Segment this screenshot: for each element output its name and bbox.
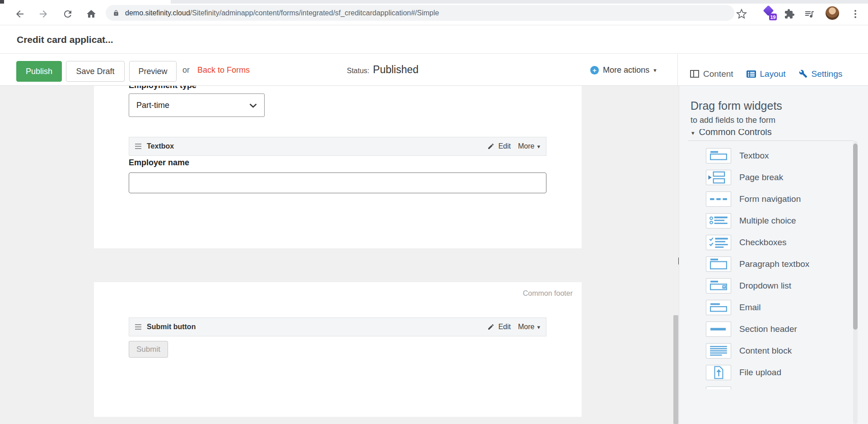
widget-list-item[interactable]: File upload <box>679 362 853 383</box>
more-label: More <box>518 323 534 331</box>
widget-list-item[interactable]: Paragraph textbox <box>679 253 853 275</box>
widget-list-item[interactable]: Email <box>679 297 853 318</box>
widget-list-item[interactable]: Checkboxes <box>679 232 853 253</box>
employment-type-select[interactable]: Part-time <box>129 93 265 117</box>
widget-actions: Edit More <box>487 142 540 150</box>
browser-chrome: demo.sitefinity.cloud/Sitefinity/adminap… <box>0 0 868 25</box>
dropdown-list-icon <box>706 278 731 294</box>
action-toolbar: Publish Save Draft Preview or Back to Fo… <box>0 54 868 86</box>
checkboxes-icon <box>706 235 731 250</box>
widget-list-item[interactable]: Dropdown list <box>679 275 853 297</box>
view-tabs: Content Layout Settings <box>677 54 868 85</box>
tab-settings[interactable]: Settings <box>799 69 843 79</box>
section-header-icon <box>706 321 731 337</box>
section-common-controls[interactable]: Common Controls <box>691 129 772 140</box>
caret-down-icon <box>691 129 695 137</box>
widget-list-item[interactable]: Section header <box>679 318 853 340</box>
more-button[interactable]: More <box>518 323 540 331</box>
widget-title: Submit button <box>147 323 196 331</box>
widget-label: Form navigation <box>739 194 801 204</box>
form-card-fields: Employment type Part-time Textbox Edit <box>94 86 582 248</box>
page-title: Credit card applicat... <box>17 34 113 45</box>
home-icon[interactable] <box>86 9 97 19</box>
textbox-widget-header: Textbox Edit More <box>129 137 546 156</box>
widget-label: Textbox <box>739 151 769 161</box>
widget-label: Section header <box>739 324 797 334</box>
browser-tabstrip <box>0 0 868 4</box>
active-tab-edge <box>4 0 171 4</box>
widget-list-item[interactable]: Page break <box>679 167 853 188</box>
widget-list-item[interactable]: Multiple choice <box>679 210 853 232</box>
lock-icon <box>113 9 119 17</box>
widget-label: Dropdown list <box>739 281 791 291</box>
widget-list-item[interactable] <box>679 383 853 389</box>
sidebar-heading: Drag form widgets <box>691 99 782 112</box>
extension-badge: 19 <box>769 14 777 20</box>
more-button[interactable]: More <box>518 142 540 150</box>
caret-down-icon <box>537 323 540 331</box>
canvas-scrollbar-thumb[interactable] <box>673 315 678 424</box>
drag-handle-icon[interactable] <box>135 324 141 330</box>
widget-list-item[interactable]: Textbox <box>679 145 853 167</box>
content-block-icon <box>706 343 731 359</box>
url-bar[interactable]: demo.sitefinity.cloud/Sitefinity/adminap… <box>106 5 734 21</box>
employer-name-label: Employer name <box>129 158 189 168</box>
kebab-menu-icon[interactable] <box>852 9 859 19</box>
reading-list-icon[interactable] <box>804 9 815 19</box>
widget-label: Email <box>739 303 761 312</box>
widget-label: Paragraph textbox <box>739 259 809 269</box>
save-draft-button[interactable]: Save Draft <box>66 61 125 82</box>
or-text: or <box>182 54 190 86</box>
extensions-puzzle-icon[interactable] <box>784 9 795 19</box>
submit-button-preview[interactable]: Submit <box>129 341 168 358</box>
status-value: Published <box>373 64 419 75</box>
caret-down-icon <box>537 142 540 150</box>
widgets-sidebar: Drag form widgets to add fields to the f… <box>679 86 868 424</box>
tab-settings-label: Settings <box>812 69 843 79</box>
widget-list: Textbox Page break Form navigation <box>679 145 853 389</box>
clipped-widget-icon <box>706 387 731 389</box>
form-navigation-icon <box>706 191 731 207</box>
forward-icon[interactable] <box>38 9 49 19</box>
content-columns-icon <box>690 70 699 78</box>
email-icon <box>706 300 731 315</box>
layout-list-icon <box>747 70 756 78</box>
profile-avatar[interactable] <box>826 6 839 20</box>
more-label: More <box>518 142 534 150</box>
edit-pencil-icon <box>487 143 495 150</box>
back-icon[interactable] <box>14 9 25 19</box>
tab-layout[interactable]: Layout <box>747 69 786 79</box>
multiple-choice-icon <box>706 213 731 228</box>
back-to-forms-link[interactable]: Back to Forms <box>197 54 250 86</box>
widget-list-item[interactable]: Form navigation <box>679 188 853 210</box>
tab-content[interactable]: Content <box>690 69 733 79</box>
widget-label: Checkboxes <box>739 238 787 247</box>
main-area: Employment type Part-time Textbox Edit <box>0 86 868 424</box>
settings-wrench-icon <box>799 70 807 78</box>
edit-button[interactable]: Edit <box>487 142 511 150</box>
caret-down-icon <box>653 66 657 74</box>
common-footer-label: Common footer <box>523 289 573 298</box>
more-actions-button[interactable]: More actions <box>590 54 657 86</box>
employer-name-input[interactable] <box>129 172 546 193</box>
status-label: Status: <box>347 67 369 75</box>
submit-widget-header: Submit button Edit More <box>129 317 546 336</box>
edit-label: Edit <box>498 142 511 150</box>
textbox-icon <box>706 148 731 163</box>
drag-handle-icon[interactable] <box>135 144 141 149</box>
sidebar-scrollbar-thumb[interactable] <box>853 144 858 330</box>
tab-content-label: Content <box>703 69 733 79</box>
section-divider <box>688 140 854 141</box>
widget-label: Page break <box>739 172 783 182</box>
widget-label: File upload <box>739 368 781 377</box>
paragraph-textbox-icon <box>706 256 731 272</box>
widget-list-item[interactable]: Content block <box>679 340 853 362</box>
url-text: demo.sitefinity.cloud/Sitefinity/adminap… <box>125 9 439 17</box>
preview-button[interactable]: Preview <box>129 61 177 82</box>
extension-icon[interactable]: 19 <box>763 6 775 19</box>
edit-button[interactable]: Edit <box>487 323 511 331</box>
reload-icon[interactable] <box>62 9 73 19</box>
form-card-footer: Common footer Submit button Edit More Su… <box>94 282 582 417</box>
bookmark-star-icon[interactable] <box>736 9 747 19</box>
publish-button[interactable]: Publish <box>16 61 62 82</box>
